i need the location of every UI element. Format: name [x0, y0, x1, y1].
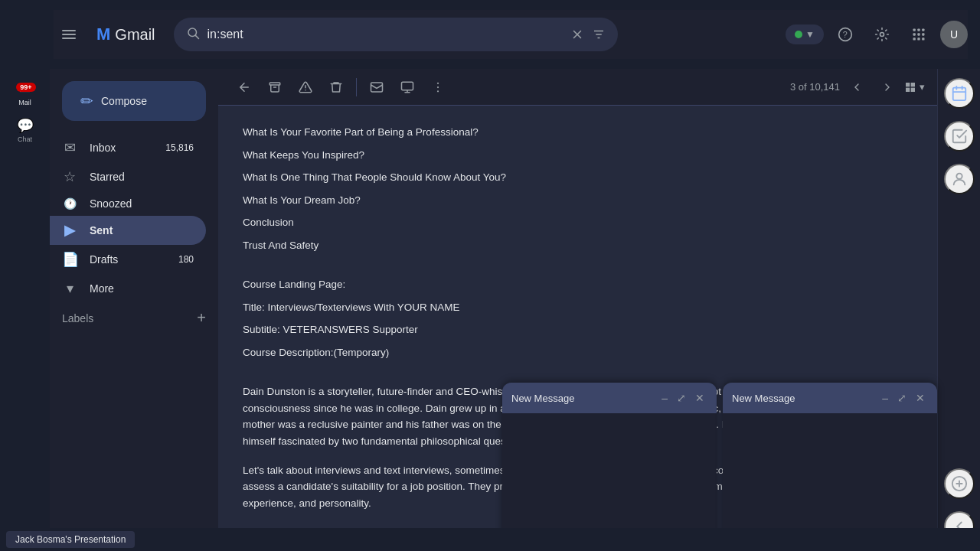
prev-email-button[interactable]: [843, 73, 871, 101]
labels-title: Labels: [62, 312, 93, 324]
chat-nav-button[interactable]: 💬 Chat: [10, 115, 41, 145]
svg-rect-24: [402, 82, 413, 90]
email-toc-section: What Is Your Favorite Part of Being a Pr…: [243, 124, 913, 254]
svg-rect-28: [906, 83, 910, 86]
bottom-taskbar: Jack Bosma's Presentation: [0, 528, 980, 551]
new-message-header-1: New Message – ⤢ ✕: [502, 383, 717, 413]
snoozed-label: Snoozed: [90, 197, 194, 210]
calendar-panel-button[interactable]: [944, 78, 975, 109]
svg-rect-19: [913, 37, 916, 40]
snooze-button[interactable]: [394, 73, 421, 101]
top-bar: M Gmail: [0, 0, 980, 69]
svg-rect-29: [911, 83, 915, 86]
compose-label: Compose: [101, 95, 147, 107]
new-message-expand-2[interactable]: ⤢: [894, 390, 910, 406]
sent-icon: ▶: [62, 222, 77, 239]
new-message-popup-1: New Message – ⤢ ✕: [502, 383, 717, 551]
compose-button[interactable]: ✏ Compose: [62, 81, 206, 121]
svg-rect-18: [922, 33, 924, 35]
more-label: More: [90, 282, 114, 295]
mail-nav-label: Mail: [18, 99, 31, 106]
settings-button[interactable]: [867, 19, 897, 50]
help-button[interactable]: ?: [830, 19, 861, 50]
gmail-logo: M Gmail: [96, 24, 155, 44]
svg-rect-22: [270, 83, 280, 85]
inbox-badge: 15,816: [165, 142, 194, 153]
svg-point-27: [437, 90, 439, 92]
new-message-minimize-2[interactable]: –: [879, 390, 891, 406]
new-message-title-1: New Message: [511, 393, 652, 404]
new-message-minimize-1[interactable]: –: [658, 390, 671, 406]
back-button[interactable]: [230, 73, 258, 101]
svg-rect-16: [913, 33, 916, 35]
search-bar: [174, 18, 618, 51]
inbox-label: Inbox: [90, 142, 153, 154]
svg-rect-0: [62, 30, 76, 31]
svg-rect-30: [906, 87, 910, 91]
svg-rect-32: [952, 88, 965, 101]
new-message-expand-1[interactable]: ⤢: [674, 390, 689, 406]
new-message-close-2[interactable]: ✕: [913, 390, 928, 406]
search-input[interactable]: [207, 28, 563, 41]
gmail-logo-m: M: [96, 24, 110, 44]
tasks-panel-button[interactable]: [944, 121, 975, 152]
next-email-button[interactable]: [874, 73, 901, 101]
svg-rect-17: [917, 33, 920, 35]
menu-button[interactable]: [54, 19, 84, 50]
search-icon: [186, 26, 200, 44]
search-filter-button[interactable]: [592, 28, 606, 41]
sidebar-item-starred[interactable]: ☆ Starred: [50, 162, 206, 191]
mark-unread-button[interactable]: [363, 73, 390, 101]
new-message-header-2: New Message – ⤢ ✕: [723, 383, 937, 413]
toolbar-divider: [356, 78, 357, 96]
svg-point-12: [880, 33, 884, 37]
inbox-icon: ✉: [62, 139, 77, 156]
new-message-popup-2: New Message – ⤢ ✕: [723, 383, 937, 551]
apps-button[interactable]: [903, 19, 934, 50]
right-panel: [937, 69, 980, 551]
new-message-close-1[interactable]: ✕: [692, 390, 707, 406]
sidebar-item-inbox[interactable]: ✉ Inbox 15,816: [50, 133, 206, 162]
drafts-label: Drafts: [90, 253, 166, 266]
pagination-info: 3 of 10,141: [790, 81, 840, 93]
sidebar-item-more[interactable]: ▾ More: [50, 274, 218, 303]
svg-rect-14: [917, 29, 920, 31]
email-line-4: What Is Your Dream Job?: [243, 192, 913, 209]
compose-icon: ✏: [80, 92, 93, 110]
taskbar-item-presentation[interactable]: Jack Bosma's Presentation: [6, 531, 135, 548]
svg-rect-31: [911, 87, 915, 91]
gmail-logo-text: Gmail: [115, 26, 155, 44]
snoozed-icon: 🕐: [62, 197, 77, 210]
course-description-label: Course Description:(Temporary): [243, 344, 913, 361]
pagination-text: 3 of 10,141: [790, 81, 840, 93]
sidebar-item-snoozed[interactable]: 🕐 Snoozed: [50, 191, 206, 216]
report-spam-button[interactable]: [292, 73, 319, 101]
course-heading: Course Landing Page:: [243, 276, 913, 293]
header-actions: ▼ ?: [786, 19, 968, 50]
svg-rect-21: [922, 37, 924, 40]
delete-button[interactable]: [322, 73, 350, 101]
mail-nav-icon-wrapper: ✉ Mail 99+: [10, 78, 41, 109]
svg-rect-20: [917, 37, 920, 40]
svg-point-25: [437, 82, 439, 83]
user-avatar[interactable]: U: [940, 21, 968, 48]
search-clear-button[interactable]: [570, 28, 584, 41]
more-options-button[interactable]: [424, 73, 452, 101]
email-line-2: What Keeps You Inspired?: [243, 147, 913, 164]
sidebar-item-sent[interactable]: ▶ Sent: [50, 216, 206, 245]
new-message-title-2: New Message: [732, 393, 873, 404]
view-toggle-button[interactable]: ▾: [904, 81, 925, 93]
add-panel-button[interactable]: [944, 468, 975, 499]
email-line-3: What Is One Thing That People Should Kno…: [243, 169, 913, 186]
status-indicator[interactable]: ▼: [786, 24, 824, 44]
hamburger-icon: [62, 30, 76, 39]
archive-button[interactable]: [261, 73, 289, 101]
left-icon-bar: ✉ Mail 99+ 💬 Chat: [0, 69, 50, 551]
contacts-panel-button[interactable]: [944, 164, 975, 194]
labels-section: Labels +: [50, 303, 218, 333]
add-label-button[interactable]: +: [197, 309, 206, 327]
svg-rect-13: [913, 29, 916, 31]
sidebar-item-drafts[interactable]: 📄 Drafts 180: [50, 245, 206, 274]
email-line-6: Trust And Safety: [243, 237, 913, 254]
chevron-down-icon: ▼: [805, 29, 815, 40]
